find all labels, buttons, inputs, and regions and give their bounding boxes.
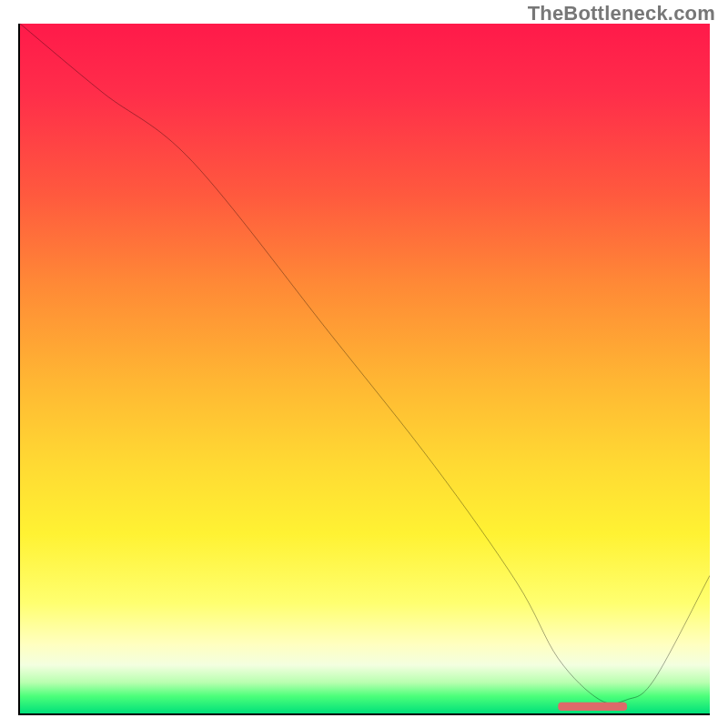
watermark-text: TheBottleneck.com (528, 2, 715, 25)
plot-area (18, 24, 710, 715)
bottleneck-curve-path (20, 24, 710, 703)
sweet-spot-marker (558, 703, 627, 711)
curve-svg (20, 24, 710, 713)
chart-container: TheBottleneck.com (0, 0, 728, 728)
